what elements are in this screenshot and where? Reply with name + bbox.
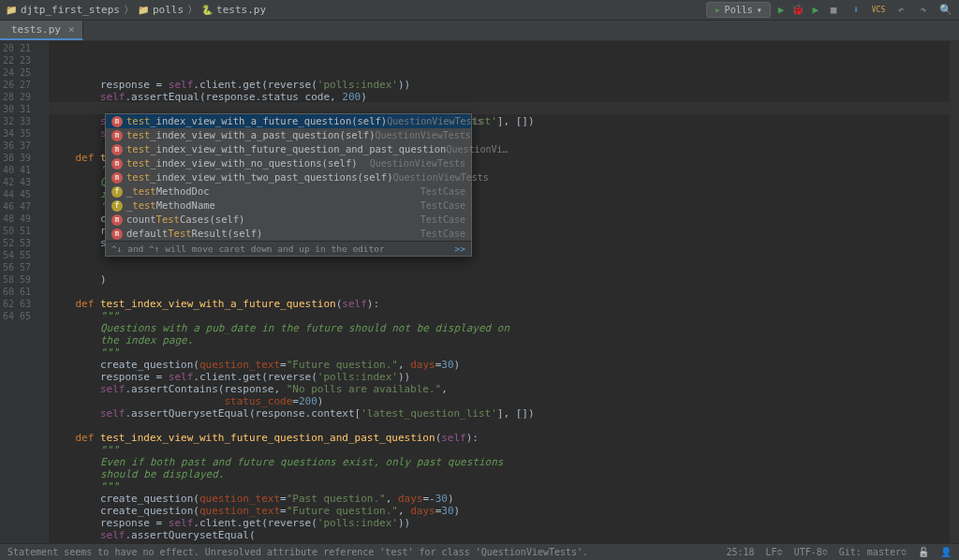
code-completion-popup[interactable]: mtest_index_view_with_a_future_question(… bbox=[105, 113, 472, 257]
status-bar: Statement seems to have no effect. Unres… bbox=[0, 543, 959, 560]
breadcrumb-folder[interactable]: polls bbox=[153, 4, 184, 16]
completion-kind-icon: m bbox=[111, 214, 123, 226]
completion-kind-icon: m bbox=[111, 228, 123, 240]
code-line[interactable]: self.assertQuerysetEqual(response.contex… bbox=[51, 407, 959, 420]
completion-kind-icon: f bbox=[111, 200, 123, 212]
code-line[interactable] bbox=[51, 261, 959, 273]
completion-kind-icon: m bbox=[111, 116, 123, 127]
debug-button[interactable]: 🐞 bbox=[791, 4, 804, 16]
completion-kind-icon: m bbox=[111, 130, 123, 141]
vcs-update-icon[interactable]: ⬇ bbox=[848, 3, 863, 18]
code-line[interactable]: should be displayed. bbox=[51, 468, 959, 480]
error-stripe[interactable] bbox=[950, 41, 959, 543]
code-line[interactable] bbox=[51, 286, 959, 298]
tab-label: tests.py bbox=[11, 23, 61, 36]
code-line[interactable]: """ bbox=[51, 444, 959, 456]
code-line[interactable]: status_code=200) bbox=[51, 395, 959, 407]
folder-icon bbox=[6, 4, 17, 16]
code-line[interactable]: Questions with a pub_date in the future … bbox=[51, 322, 959, 334]
breadcrumb: djtp_first_steps 〉 polls 〉 tests.py bbox=[6, 3, 266, 17]
code-line[interactable]: the index page. bbox=[51, 334, 959, 346]
code-line[interactable]: self.assertContains(response, "No polls … bbox=[51, 383, 959, 395]
completion-kind-icon: f bbox=[111, 186, 123, 198]
status-line-col[interactable]: 25:18 bbox=[726, 547, 754, 557]
completion-kind-icon: m bbox=[111, 144, 123, 155]
run-button[interactable]: ▶ bbox=[778, 4, 785, 16]
gutter-markers bbox=[37, 41, 49, 543]
popup-hint: ^↓ and ^↑ will move caret down and up in… bbox=[111, 243, 385, 254]
popup-footer: ^↓ and ^↑ will move caret down and up in… bbox=[106, 241, 471, 256]
top-toolbar: djtp_first_steps 〉 polls 〉 tests.py ▸ Po… bbox=[0, 0, 959, 21]
run-config-icon: ▸ bbox=[715, 4, 721, 16]
code-line[interactable]: ) bbox=[51, 273, 959, 286]
breadcrumb-root[interactable]: djtp_first_steps bbox=[21, 4, 120, 16]
folder-icon bbox=[138, 4, 149, 16]
code-line[interactable]: response = self.client.get(reverse('poll… bbox=[51, 371, 959, 383]
code-line[interactable]: def test_index_view_with_a_future_questi… bbox=[51, 298, 959, 310]
completion-item[interactable]: mtest_index_view_with_two_past_questions… bbox=[106, 170, 471, 184]
status-git-branch[interactable]: Git: master≎ bbox=[839, 547, 907, 557]
vcs-label: VCS bbox=[871, 3, 886, 18]
code-line[interactable]: def test_index_view_with_future_question… bbox=[51, 432, 959, 444]
stop-button[interactable]: ■ bbox=[826, 3, 841, 18]
completion-item[interactable]: mtest_index_view_with_a_past_question(se… bbox=[106, 128, 471, 142]
search-everywhere-button[interactable]: 🔍 bbox=[938, 3, 953, 18]
tab-tests-py[interactable]: tests.py × bbox=[0, 21, 83, 40]
line-number-gutter: 20 21 22 23 24 25 26 27 28 29 30 31 32 3… bbox=[0, 41, 37, 543]
code-line[interactable]: """ bbox=[51, 346, 959, 359]
code-line[interactable]: create_question(question_text="Future qu… bbox=[51, 359, 959, 371]
run-config-label: Polls bbox=[725, 5, 753, 15]
lock-icon[interactable] bbox=[918, 547, 929, 557]
editor-tabs: tests.py × bbox=[0, 21, 959, 41]
completion-item[interactable]: mtest_index_view_with_future_question_an… bbox=[106, 142, 471, 156]
completion-item[interactable]: f_testMethodDocTestCase bbox=[106, 184, 471, 199]
completion-item[interactable]: f_testMethodNameTestCase bbox=[106, 199, 471, 213]
close-icon[interactable]: × bbox=[68, 23, 75, 36]
code-line[interactable]: Even if both past and future questions e… bbox=[51, 456, 959, 468]
python-file-icon bbox=[201, 4, 213, 16]
code-line[interactable]: create_question(question_text="Past ques… bbox=[51, 493, 959, 505]
completion-item[interactable]: mdefaultTestResult(self)TestCase bbox=[106, 227, 471, 241]
code-line[interactable]: response = self.client.get(reverse('poll… bbox=[51, 517, 959, 529]
run-coverage-button[interactable]: ▶ bbox=[812, 4, 819, 16]
chevron-down-icon: ▾ bbox=[757, 5, 762, 15]
completion-kind-icon: m bbox=[111, 158, 123, 169]
completion-item[interactable]: mcountTestCases(self)TestCase bbox=[106, 213, 471, 227]
run-config-selector[interactable]: ▸ Polls ▾ bbox=[706, 2, 771, 18]
code-line[interactable]: create_question(question_text="Future qu… bbox=[51, 505, 959, 517]
code-editor[interactable]: 20 21 22 23 24 25 26 27 28 29 30 31 32 3… bbox=[0, 41, 959, 543]
completion-item[interactable]: mtest_index_view_with_no_questions(self)… bbox=[106, 156, 471, 170]
status-hint: Statement seems to have no effect. Unres… bbox=[7, 547, 588, 557]
inspector-icon[interactable]: 👤 bbox=[940, 547, 952, 557]
code-line[interactable] bbox=[51, 420, 959, 432]
completion-kind-icon: m bbox=[111, 172, 123, 184]
redo-button[interactable]: ↷ bbox=[916, 3, 931, 18]
popup-more-link[interactable]: >> bbox=[455, 243, 465, 254]
code-line[interactable]: response = self.client.get(reverse('poll… bbox=[51, 79, 959, 91]
status-encoding[interactable]: UTF-8≎ bbox=[794, 547, 828, 557]
completion-item[interactable]: mtest_index_view_with_a_future_question(… bbox=[106, 114, 471, 128]
code-line[interactable]: """ bbox=[51, 310, 959, 322]
undo-button[interactable]: ↶ bbox=[893, 3, 908, 18]
status-line-separator[interactable]: LF≎ bbox=[766, 547, 783, 557]
breadcrumb-file[interactable]: tests.py bbox=[216, 4, 266, 16]
code-line[interactable]: """ bbox=[51, 480, 959, 493]
code-line[interactable]: self.assertQuerysetEqual( bbox=[51, 529, 959, 541]
